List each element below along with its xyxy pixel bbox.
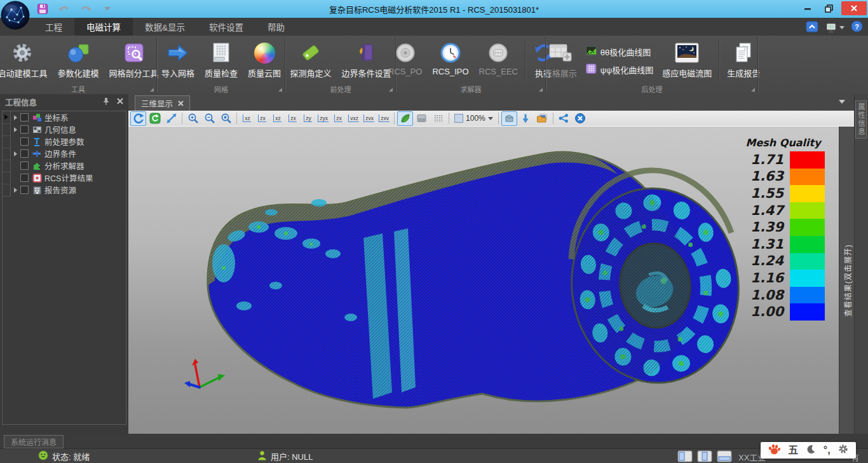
layout-left-icon[interactable]	[677, 450, 693, 463]
expand-arrow-icon[interactable]	[11, 115, 20, 120]
parametric-model-button[interactable]: 参数化建模	[53, 38, 104, 83]
minimize-button[interactable]	[798, 1, 817, 15]
tree-label[interactable]: 几何信息	[44, 123, 76, 135]
tab-settings[interactable]: 软件设置	[197, 18, 255, 36]
clip-icon[interactable]	[501, 111, 517, 126]
share-icon[interactable]	[556, 111, 572, 126]
probe-angle-button[interactable]: 探测角定义	[285, 38, 336, 83]
view-button-1[interactable]: xz	[240, 112, 254, 125]
render-leaf-icon[interactable]	[397, 111, 413, 126]
panel-close-icon[interactable]	[117, 97, 123, 106]
tree-label[interactable]: 报告资源	[44, 184, 76, 196]
help-icon[interactable]: ?	[851, 20, 863, 35]
tab-help[interactable]: 帮助	[255, 18, 297, 36]
ime-paw-icon[interactable]	[768, 444, 780, 457]
expand-arrow-icon[interactable]	[11, 151, 20, 156]
view-button-6[interactable]: zyx	[316, 112, 330, 125]
zoom-fit-icon[interactable]	[218, 111, 234, 126]
checkbox[interactable]	[20, 174, 29, 182]
layout-center-icon[interactable]	[697, 450, 712, 463]
tab-close-icon[interactable]	[178, 99, 184, 108]
image-folder-icon[interactable]	[534, 111, 550, 126]
view-button-8[interactable]: vxz	[346, 112, 361, 125]
sync-icon[interactable]	[147, 111, 163, 126]
rcs-eec-button[interactable]: RCS_EEC	[474, 38, 523, 83]
tree-label[interactable]: 边界条件	[44, 148, 76, 160]
tree-label[interactable]: 坐标系	[44, 111, 69, 123]
theta-curve-button[interactable]: θθ极化曲线图	[586, 46, 654, 58]
view-button-3[interactable]: xz	[270, 112, 285, 125]
generate-report-button[interactable]: 生成报告	[722, 38, 765, 83]
quality-cloud-button[interactable]: 质量云图	[243, 38, 286, 83]
collapse-ribbon-icon[interactable]	[806, 21, 818, 35]
dot-grid-icon[interactable]	[430, 111, 446, 126]
display-caret-icon[interactable]	[839, 26, 844, 29]
tab-em-compute[interactable]: 电磁计算	[74, 18, 133, 36]
tree-row-geometry[interactable]: 几何信息	[3, 123, 126, 135]
cancel-icon[interactable]	[573, 111, 588, 126]
mesh-tool-button[interactable]: 网格剖分工具	[104, 38, 164, 83]
tab-data-display[interactable]: 数据&显示	[133, 18, 197, 36]
close-button[interactable]	[841, 1, 867, 15]
tree-row-boundary[interactable]: 边界条件	[3, 148, 126, 160]
checkbox[interactable]	[20, 113, 29, 121]
system-messages-tab[interactable]: 系统运行消息	[4, 435, 64, 448]
tree-row-report-resource[interactable]: 报告资源	[3, 184, 126, 196]
view-button-7[interactable]: zx	[331, 112, 346, 125]
layout-bottom-icon[interactable]	[717, 450, 732, 463]
ime-moon-icon[interactable]	[806, 445, 816, 457]
results-collapsed-panel[interactable]: 查看结果(双击展开)	[839, 127, 854, 434]
table-show-button[interactable]: 表格展示	[539, 38, 582, 83]
group-expand-icon[interactable]	[278, 88, 282, 92]
zoom-level-select[interactable]: 100%	[452, 114, 496, 123]
group-expand-icon[interactable]	[389, 88, 393, 92]
rcs-ipo-button[interactable]: RCS_IPO	[427, 38, 473, 83]
tab-project[interactable]: 工程	[33, 18, 74, 36]
psi-curve-button[interactable]: ψψ极化曲线图	[586, 64, 654, 76]
expand-arrow-icon[interactable]	[11, 188, 20, 193]
group-expand-icon[interactable]	[150, 88, 154, 92]
tree-row-solver[interactable]: 分析求解器	[3, 160, 126, 172]
display-icon[interactable]	[825, 22, 844, 34]
view-button-4[interactable]: zx	[285, 112, 300, 125]
rotate-icon[interactable]	[130, 111, 146, 126]
launch-modeling-button[interactable]: 启动建模工具	[0, 38, 53, 83]
ime-punct-button[interactable]: °,	[824, 445, 831, 455]
group-expand-icon[interactable]	[539, 88, 543, 92]
tree-label[interactable]: 分析求解器	[44, 160, 85, 172]
expand-arrow-icon[interactable]	[11, 127, 20, 132]
checkbox[interactable]	[20, 186, 29, 194]
tab-3d-display[interactable]: 三维显示	[135, 95, 190, 111]
checkbox[interactable]	[20, 162, 29, 170]
property-info-tab[interactable]: 属性信息	[855, 100, 867, 139]
induced-current-button[interactable]: 感应电磁流图	[657, 38, 717, 83]
pin-icon[interactable]	[103, 97, 109, 107]
view-button-5[interactable]: zy	[301, 112, 315, 125]
app-logo[interactable]	[1, 1, 29, 29]
tabstrip-overflow-caret-icon[interactable]	[839, 100, 845, 104]
checkbox[interactable]	[20, 149, 29, 158]
zoom-out-icon[interactable]	[201, 111, 217, 126]
tree-row-coordinate[interactable]: 坐标系	[3, 111, 126, 123]
view-button-2[interactable]: zx	[255, 112, 269, 125]
tree-row-rcs-result[interactable]: RCS计算结果	[3, 172, 126, 184]
shade-icon[interactable]	[414, 111, 430, 126]
restore-button[interactable]	[820, 1, 839, 15]
rcs-po-button[interactable]: RCS_PO	[383, 38, 427, 83]
resize-icon[interactable]	[163, 111, 179, 126]
tree-label[interactable]: RCS计算结果	[44, 172, 93, 184]
ime-mode-button[interactable]: 五	[788, 445, 798, 455]
quality-check-button[interactable]: 质量检查	[200, 38, 243, 83]
view-button-10[interactable]: zxv	[377, 112, 391, 125]
view-button-9[interactable]: zvx	[362, 112, 376, 125]
tree-row-preprocess-params[interactable]: T 前处理参数	[3, 135, 126, 148]
viewport-3d[interactable]: Mesh Quality 1.71 1.63 1.55 1.47 1.39 1.…	[128, 127, 839, 434]
checkbox[interactable]	[20, 137, 29, 146]
zoom-in-icon[interactable]	[185, 111, 201, 126]
group-expand-icon[interactable]	[751, 88, 755, 92]
checkbox[interactable]	[20, 125, 29, 134]
ime-settings-gear-icon[interactable]	[838, 444, 848, 457]
import-mesh-button[interactable]: 导入网格	[156, 38, 200, 83]
drop-arrow-icon[interactable]	[518, 111, 534, 126]
tree-label[interactable]: 前处理参数	[44, 135, 85, 148]
